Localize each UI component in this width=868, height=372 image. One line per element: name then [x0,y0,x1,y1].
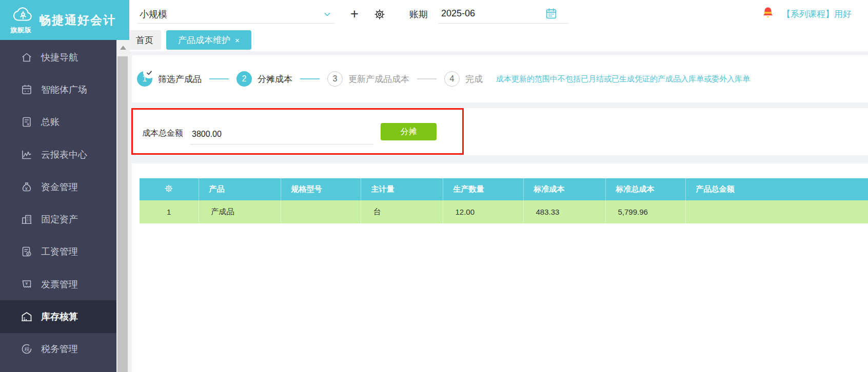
allocate-button[interactable]: 分摊 [381,123,437,140]
brand-header: 旗舰版 畅捷通好会计 [0,0,129,40]
step-connector [300,78,320,79]
step-4-circle: 4 [444,71,460,87]
header-std-total: 标准总成本 [605,178,685,200]
warehouse-icon [21,311,33,323]
chevron-down-icon [322,9,332,22]
payroll-icon: ¥ [21,245,33,258]
cell-amount [685,200,868,223]
wizard-section: 1 筛选产成品 2 分摊成本 3 更新产成品成本 4 完成 成本更新的范围中不包… [132,55,868,102]
close-icon[interactable]: × [235,36,240,44]
step-4-label: 完成 [465,73,483,85]
sidebar-item-inventory-accounting[interactable]: 库存核算 [0,300,116,333]
tab-label: 产品成本维护 [178,34,230,46]
cell-std-total: 5,799.96 [605,200,685,223]
svg-text:¥: ¥ [25,281,28,286]
brand-edition: 旗舰版 [10,26,32,35]
tab-product-cost-maintenance[interactable]: 产品成本维护 × [166,30,251,50]
sidebar-item-general-ledger[interactable]: ¥ 总账 [0,106,116,138]
period-label: 账期 [409,8,428,20]
building-icon [21,213,33,225]
scrollbar-thumb[interactable] [117,56,128,372]
home-icon [21,51,33,64]
cost-update-note: 成本更新的范围中不包括已月结或已生成凭证的产成品入库单或委外入库单 [496,74,750,84]
cell-unit: 台 [361,200,443,223]
cell-index: 1 [140,200,199,223]
course-promo-link[interactable]: 【系列课程】用好 [782,8,852,20]
add-account-set-button[interactable]: + [346,5,363,23]
sidebar-item-label: 库存核算 [41,311,78,323]
svg-text:税: 税 [25,346,30,352]
invoice-icon: ¥ [21,278,33,291]
settings-gear-icon[interactable] [373,8,386,20]
period-picker[interactable]: 2025-06 [438,4,568,24]
header-spec: 规格型号 [281,178,361,200]
topbar-right-group: 【系列课程】用好 [761,6,852,22]
sidebar-item-agent-plaza[interactable]: 智能体广场 [0,73,116,106]
account-set-select[interactable]: 小规模 [137,4,334,24]
money-bag-icon: ¥ [21,181,33,193]
sidebar: 快捷导航 智能体广场 ¥ 总账 云报表中心 ¥ 资金管理 固定资产 ¥ 工资管理 [0,40,116,372]
table-header-row: 产品 规格型号 主计量 生产数量 标准成本 标准总成本 产品总金额 [140,178,868,200]
scrollbar-up-arrow[interactable] [116,40,130,55]
cell-std-cost: 483.33 [523,200,605,223]
brand-name: 畅捷通好会计 [39,12,116,28]
sidebar-item-tax-mgmt[interactable]: 税 税务管理 [0,333,116,365]
ledger-icon: ¥ [21,116,33,128]
sidebar-item-label: 智能体广场 [41,84,87,96]
sidebar-item-label: 税务管理 [41,343,78,355]
tab-home[interactable]: 首页 [128,30,161,50]
sidebar-item-label: 云报表中心 [41,149,87,161]
bell-icon[interactable] [761,6,775,22]
header-unit: 主计量 [361,178,443,200]
account-set-value: 小规模 [140,8,167,20]
topbar: 小规模 + 账期 2025-06 【系列课程】用好 [129,0,868,28]
total-cost-input[interactable]: 3800.00 [190,125,373,144]
svg-text:¥: ¥ [27,122,30,127]
header-amount: 产品总金额 [685,178,868,200]
sidebar-item-label: 总账 [41,116,60,128]
step-connector [417,78,437,79]
column-settings-gear-icon[interactable] [140,178,199,200]
total-cost-label: 成本总金额 [142,128,183,139]
sidebar-item-invoice-mgmt[interactable]: ¥ 发票管理 [0,268,116,300]
sidebar-scrollbar[interactable] [116,40,130,372]
cell-spec [281,200,361,223]
sidebar-item-funds-mgmt[interactable]: ¥ 资金管理 [0,171,116,203]
header-product: 产品 [199,178,281,200]
sidebar-item-cloud-reports[interactable]: 云报表中心 [0,138,116,171]
cell-product: 产成品 [199,200,281,223]
tab-label: 首页 [136,34,153,46]
step-1: 1 [137,71,152,87]
tab-bar: 首页 产品成本维护 × [126,28,868,51]
header-std-cost: 标准成本 [523,178,605,200]
calendar-icon[interactable] [545,7,558,22]
wizard-steps: 1 筛选产成品 2 分摊成本 3 更新产成品成本 4 完成 成本更新的范围中不包… [132,55,868,102]
sidebar-item-fixed-assets[interactable]: 固定资产 [0,203,116,235]
cell-qty: 12.00 [443,200,523,223]
apps-icon [21,84,33,96]
table-row[interactable]: 1 产成品 台 12.00 483.33 5,799.96 [140,200,868,223]
step-2-label: 分摊成本 [258,73,292,85]
cloud-logo-icon [11,5,35,27]
step-3-label: 更新产成品成本 [348,73,409,85]
step-2-circle: 2 [236,71,252,87]
annotation-red-box: 成本总金额 3800.00 分摊 [131,108,464,155]
tax-icon: 税 [21,343,33,355]
period-value: 2025-06 [441,8,475,19]
step-1-label: 筛选产成品 [158,73,202,85]
sidebar-item-label: 工资管理 [41,245,78,258]
report-chart-icon [21,149,33,161]
sidebar-item-label: 快捷导航 [41,51,78,64]
svg-text:¥: ¥ [25,185,28,191]
sidebar-item-label: 固定资产 [41,213,78,225]
step-connector [209,78,229,79]
product-cost-table: 产品 规格型号 主计量 生产数量 标准成本 标准总成本 产品总金额 1 产成品 … [140,178,868,223]
svg-text:¥: ¥ [28,253,30,256]
sidebar-item-quick-nav[interactable]: 快捷导航 [0,41,116,73]
step-3-circle: 3 [327,71,343,87]
sidebar-item-label: 发票管理 [41,278,78,291]
sidebar-item-payroll-mgmt[interactable]: ¥ 工资管理 [0,236,116,268]
check-icon [143,67,155,78]
triangle-up-icon [120,46,126,50]
header-qty: 生产数量 [443,178,523,200]
